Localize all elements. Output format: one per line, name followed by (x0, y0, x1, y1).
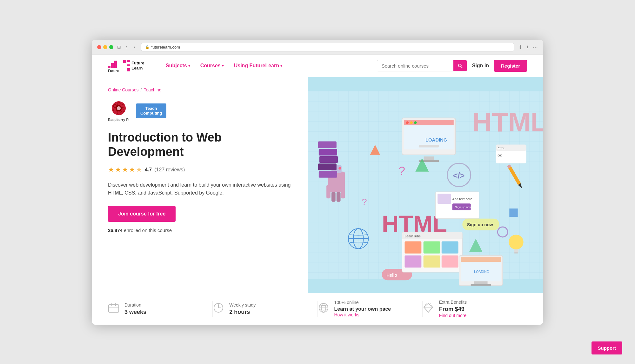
svg-rect-49 (438, 194, 451, 204)
star-4: ★ (129, 166, 135, 174)
more-icon[interactable]: ⋯ (533, 44, 538, 50)
svg-rect-72 (404, 241, 421, 253)
breadcrumb-parent[interactable]: Online Courses (108, 87, 139, 92)
extra-info: Extra Benefits From $49 Find out more (423, 300, 527, 318)
join-course-button[interactable]: Join course for free (108, 206, 176, 222)
online-content: 100% online Learn at your own pace How i… (334, 300, 391, 318)
forward-button[interactable]: › (131, 43, 137, 50)
svg-rect-79 (514, 249, 518, 252)
teach-line2: Computing (140, 111, 162, 116)
search-icon (457, 63, 463, 69)
svg-point-17 (113, 104, 117, 108)
svg-rect-41 (318, 141, 337, 148)
rating-reviews: (127 reviews) (154, 167, 185, 173)
add-tab-icon[interactable]: + (526, 44, 529, 50)
nav-subjects-label: Subjects (166, 63, 187, 69)
star-2: ★ (115, 166, 121, 174)
online-label: 100% online (334, 300, 391, 305)
teach-line1: Teach (145, 106, 157, 111)
svg-rect-39 (424, 156, 434, 160)
nav-using[interactable]: Using FutureLearn ▾ (230, 60, 287, 71)
svg-text:?: ? (362, 196, 367, 207)
signin-link[interactable]: Sign in (472, 63, 489, 69)
logo[interactable]: Future Future Learn (108, 59, 152, 72)
weekly-info: Weekly study 2 hours (213, 302, 317, 316)
svg-text:HTML: HTML (472, 107, 543, 137)
raspberry-icon (110, 100, 127, 116)
subjects-chevron-icon: ▾ (188, 64, 190, 68)
back-button[interactable]: ‹ (124, 43, 129, 50)
svg-point-16 (113, 109, 117, 112)
globe-icon (318, 302, 329, 316)
svg-rect-88 (461, 257, 501, 262)
partner-logos: Raspberry Pi Teach Computing (108, 100, 292, 122)
svg-text:LOADING: LOADING (474, 269, 489, 273)
svg-rect-5 (127, 60, 130, 62)
duration-label: Duration (124, 302, 146, 308)
main-nav: Subjects ▾ Courses ▾ Using FutureLearn ▾ (161, 60, 287, 71)
support-button[interactable]: Support (592, 341, 623, 354)
svg-rect-43 (319, 156, 338, 163)
weekly-value: 2 hours (229, 309, 256, 315)
online-sublabel: Learn at your own pace (334, 306, 391, 312)
svg-rect-0 (108, 66, 110, 68)
svg-rect-30 (337, 192, 341, 202)
register-button[interactable]: Register (494, 60, 527, 72)
svg-point-78 (509, 235, 524, 249)
svg-text:LearnTube: LearnTube (404, 234, 421, 238)
address-bar[interactable]: 🔒 futurelearn.com (141, 43, 514, 51)
nav-courses[interactable]: Courses ▾ (196, 60, 228, 71)
logo-icon: Future (108, 59, 121, 72)
star-3: ★ (122, 166, 128, 174)
svg-rect-73 (424, 241, 440, 253)
course-description: Discover web development and learn to bu… (108, 181, 292, 197)
nav-subjects[interactable]: Subjects ▾ (161, 60, 195, 71)
svg-rect-42 (319, 149, 337, 155)
online-info: 100% online Learn at your own pace How i… (318, 300, 422, 318)
svg-rect-76 (424, 255, 440, 268)
svg-rect-84 (509, 208, 518, 217)
rating-row: ★ ★ ★ ★ ★ 4.7 (127 reviews) (108, 166, 292, 174)
svg-point-12 (117, 102, 120, 105)
star-half: ★ (136, 166, 142, 174)
how-it-works-link[interactable]: How it works (334, 312, 359, 317)
svg-rect-38 (419, 145, 439, 147)
svg-rect-90 (471, 284, 491, 285)
svg-rect-1 (111, 63, 114, 68)
svg-marker-102 (424, 303, 433, 312)
svg-text:Learn: Learn (131, 66, 143, 70)
tab-grid-button[interactable]: ⊞ (117, 43, 121, 50)
svg-text:?: ? (398, 164, 405, 177)
weekly-content: Weekly study 2 hours (229, 302, 256, 315)
traffic-lights (97, 45, 113, 49)
course-hero-image: HTML HTML (308, 77, 543, 293)
svg-text:</>: </> (453, 171, 465, 180)
lock-icon: 🔒 (145, 45, 150, 49)
maximize-button[interactable] (109, 45, 113, 49)
page-content: Future Future Learn Subjects ▾ (92, 55, 543, 325)
breadcrumb-separator: / (141, 87, 142, 92)
svg-text:Future: Future (131, 61, 144, 65)
svg-rect-74 (442, 241, 458, 253)
extra-label: Extra Benefits (439, 300, 467, 305)
duration-value: 3 weeks (124, 309, 146, 315)
weekly-icon (213, 302, 224, 316)
enrolled-info: 26,874 enrolled on this course (108, 228, 292, 233)
rating-value: 4.7 (145, 167, 152, 173)
teach-computing-badge: Teach Computing (136, 103, 167, 118)
search-input[interactable] (377, 61, 453, 71)
svg-rect-80 (514, 252, 518, 253)
using-chevron-icon: ▾ (280, 64, 282, 68)
raspberry-pi-text: Raspberry Pi (108, 118, 130, 122)
minimize-button[interactable] (103, 45, 107, 49)
find-out-more-link[interactable]: Find out more (439, 313, 466, 318)
duration-content: Duration 3 weeks (124, 302, 146, 315)
share-icon[interactable]: ⬆ (518, 44, 522, 50)
search-button[interactable] (453, 60, 467, 71)
svg-rect-77 (442, 255, 458, 268)
browser-actions: ⬆ + ⋯ (518, 44, 538, 50)
close-button[interactable] (97, 45, 101, 49)
svg-text:OK: OK (498, 154, 502, 157)
weekly-label: Weekly study (229, 302, 256, 308)
duration-icon (108, 302, 119, 316)
